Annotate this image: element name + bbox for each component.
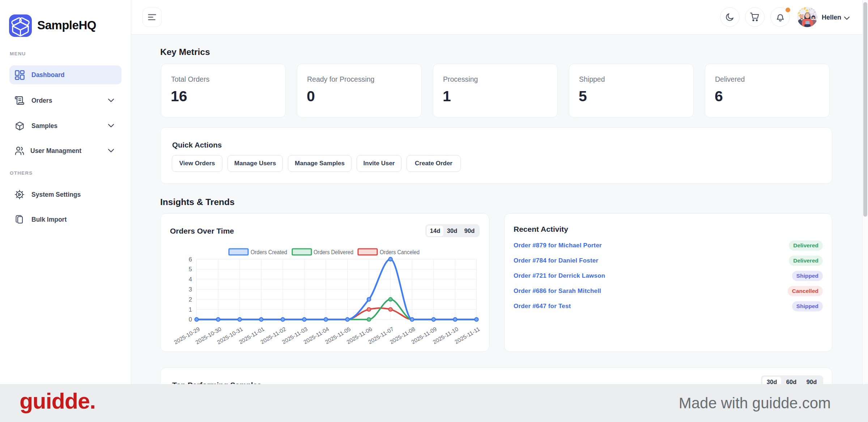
svg-text:4: 4 bbox=[189, 276, 192, 282]
svg-text:Orders Delivered: Orders Delivered bbox=[314, 249, 353, 255]
svg-text:6: 6 bbox=[189, 256, 192, 263]
svg-text:0: 0 bbox=[189, 316, 192, 323]
svg-text:2: 2 bbox=[189, 296, 192, 303]
svg-text:Orders Created: Orders Created bbox=[251, 249, 287, 255]
svg-text:1: 1 bbox=[189, 306, 192, 313]
svg-text:Orders Canceled: Orders Canceled bbox=[380, 249, 420, 255]
svg-text:5: 5 bbox=[189, 266, 192, 272]
svg-text:3: 3 bbox=[189, 286, 192, 293]
